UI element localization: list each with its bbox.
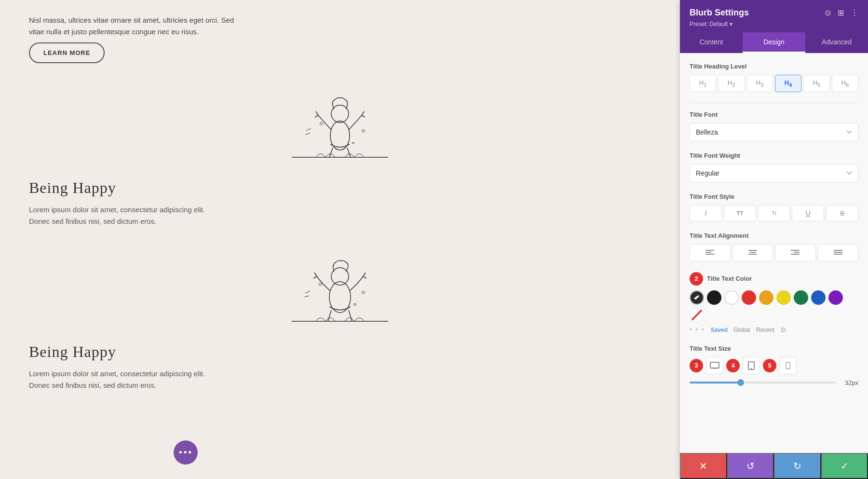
align-center-button[interactable]	[732, 244, 773, 261]
heading-h2-button[interactable]: H2	[718, 75, 745, 92]
device-desktop-button[interactable]	[706, 357, 723, 374]
color-tabs: • • • Saved Global Recent ⚙	[690, 326, 858, 334]
learn-more-button[interactable]: LEARN MORE	[29, 42, 105, 63]
cancel-button[interactable]: ✕	[680, 453, 727, 479]
heading-h4-button[interactable]: H4	[775, 75, 801, 92]
title-font-weight-section: Title Font Weight Regular	[690, 152, 858, 182]
svg-point-26	[751, 368, 752, 369]
color-swatch-striped[interactable]	[690, 308, 704, 322]
color-swatch-blue[interactable]	[811, 290, 826, 305]
color-more-dots[interactable]: • • •	[690, 326, 705, 334]
italic-button[interactable]: I	[690, 205, 722, 221]
strikethrough-button[interactable]: S	[826, 205, 858, 221]
step-badge-3: 3	[690, 359, 703, 372]
panel-header: Blurb Settings ⊙ ⊞ ⋮ Preset: Default ▾	[680, 0, 868, 32]
title-font-style-section: Title Font Style I TT Tt U S	[690, 193, 858, 221]
panel-body: Title Heading Level H1 H2 H3 H4 H5 H6 Ti…	[680, 53, 868, 453]
panel-footer: ✕ ↺ ↻ ✓	[680, 453, 868, 479]
align-justify-button[interactable]	[818, 244, 859, 261]
svg-line-8	[305, 291, 310, 293]
device-mobile-button[interactable]	[779, 357, 797, 374]
heading-level-section: Title Heading Level H1 H2 H3 H4 H5 H6	[690, 63, 858, 92]
device-tablet-button[interactable]	[743, 357, 760, 374]
tab-design[interactable]: Design	[743, 32, 805, 53]
color-settings-icon[interactable]: ⚙	[780, 326, 787, 334]
style-buttons: I TT Tt U S	[690, 205, 858, 221]
underline-button[interactable]: U	[792, 205, 824, 221]
title-text-alignment-section: Title Text Alignment	[690, 232, 858, 261]
title-font-weight-label: Title Font Weight	[690, 152, 858, 159]
settings-panel: Blurb Settings ⊙ ⊞ ⋮ Preset: Default ▾ C…	[680, 0, 868, 479]
heading-h6-button[interactable]: H6	[832, 75, 858, 92]
section-2-title: Being Happy	[29, 343, 651, 361]
slider-row: 32px	[690, 379, 858, 386]
section-2: Being Happy Lorem ipsum dolor sit amet, …	[29, 343, 651, 391]
heading-buttons: H1 H2 H3 H4 H5 H6	[690, 75, 858, 92]
panel-tabs: Content Design Advanced	[680, 32, 868, 53]
color-swatches	[690, 290, 858, 322]
dots-icon: •••	[178, 446, 192, 459]
undo-button[interactable]: ↺	[727, 453, 774, 479]
text-block: Nisl massa, ultrices vitae ornare sit am…	[29, 14, 241, 63]
title-font-select[interactable]: Belleza	[690, 123, 858, 141]
svg-rect-22	[710, 362, 719, 368]
step-badge-2: 2	[690, 272, 703, 286]
intro-paragraph: Nisl massa, ultrices vitae ornare sit am…	[29, 14, 241, 38]
panel-title: Blurb Settings	[690, 8, 749, 18]
svg-line-3	[306, 128, 311, 131]
color-swatch-black[interactable]	[707, 290, 721, 305]
color-swatch-pencil[interactable]	[690, 290, 704, 305]
slider-fill	[690, 382, 741, 383]
title-font-weight-select[interactable]: Regular	[690, 164, 858, 182]
heading-h1-button[interactable]: H1	[690, 75, 716, 92]
columns-icon[interactable]: ⊞	[838, 8, 844, 17]
svg-point-28	[787, 368, 788, 369]
title-text-size-label: Title Text Size	[690, 345, 858, 352]
color-tab-global[interactable]: Global	[733, 327, 750, 333]
title-text-color-label: Title Text Color	[707, 275, 752, 282]
color-swatch-purple[interactable]	[828, 290, 843, 305]
tab-advanced[interactable]: Advanced	[805, 32, 868, 53]
section-1-title: Being Happy	[29, 179, 651, 197]
svg-line-4	[305, 133, 310, 135]
redo-button[interactable]: ↻	[774, 453, 821, 479]
size-slider-track[interactable]	[690, 382, 836, 383]
color-swatch-white[interactable]	[724, 290, 739, 305]
step-badge-5: 5	[763, 359, 776, 372]
illustration-2	[268, 237, 412, 333]
heading-h5-button[interactable]: H5	[803, 75, 830, 92]
illustration-1-container	[29, 73, 651, 169]
preset-label[interactable]: Preset: Default ▾	[690, 21, 858, 27]
slider-value: 32px	[841, 379, 858, 386]
main-content: Nisl massa, ultrices vitae ornare sit am…	[0, 0, 680, 479]
color-swatch-green[interactable]	[794, 290, 808, 305]
align-right-button[interactable]	[775, 244, 816, 261]
save-button[interactable]: ✓	[821, 453, 868, 479]
title-text-size-section: Title Text Size 3 4 5	[690, 345, 858, 386]
slider-thumb[interactable]	[737, 379, 744, 386]
svg-line-9	[304, 296, 309, 297]
heading-h3-button[interactable]: H3	[746, 75, 773, 92]
align-buttons	[690, 244, 858, 261]
color-swatch-red[interactable]	[742, 290, 756, 305]
title-text-color-section: 2 Title Text Color • • • Save	[690, 272, 858, 334]
align-left-button[interactable]	[690, 244, 731, 261]
step-badge-4: 4	[726, 359, 740, 372]
color-swatch-yellow[interactable]	[776, 290, 791, 305]
more-options-icon[interactable]: ⋮	[851, 8, 858, 17]
uppercase-button[interactable]: TT	[724, 205, 756, 221]
title-font-label: Title Font	[690, 111, 858, 118]
tab-content[interactable]: Content	[680, 32, 743, 53]
settings-icon[interactable]: ⊙	[825, 8, 831, 17]
section-2-text: Lorem ipsum dolor sit amet, consectetur …	[29, 368, 212, 391]
capitalize-button[interactable]: Tt	[758, 205, 790, 221]
color-tab-saved[interactable]: Saved	[711, 327, 728, 333]
panel-header-icons: ⊙ ⊞ ⋮	[825, 8, 858, 17]
color-swatch-orange[interactable]	[759, 290, 773, 305]
section-1-text: Lorem ipsum dolor sit amet, consectetur …	[29, 204, 212, 227]
section-1: Being Happy Lorem ipsum dolor sit amet, …	[29, 179, 651, 227]
floating-dots-button[interactable]: •••	[174, 440, 198, 465]
svg-point-6	[329, 282, 351, 313]
color-tab-recent[interactable]: Recent	[756, 327, 774, 333]
title-font-section: Title Font Belleza	[690, 111, 858, 141]
